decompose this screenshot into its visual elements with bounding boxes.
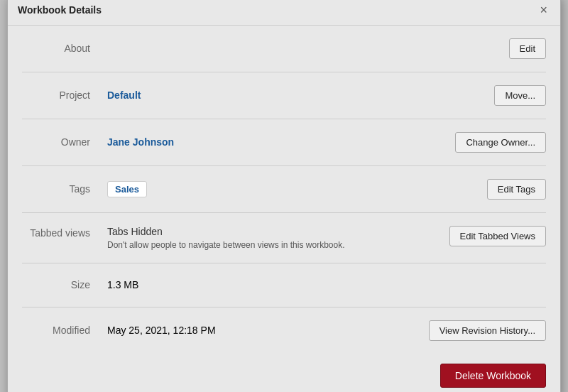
project-value[interactable]: Default	[107, 89, 141, 101]
size-row: Size 1.3 MB	[22, 263, 546, 307]
modified-content: May 25, 2021, 12:18 PM	[107, 325, 429, 336]
title-bar: Workbook Details ×	[8, 0, 560, 26]
size-label: Size	[22, 279, 107, 290]
tabbed-views-title: Tabs Hidden	[107, 226, 449, 237]
edit-tabbed-views-button[interactable]: Edit Tabbed Views	[449, 226, 546, 246]
delete-workbook-button[interactable]: Delete Workbook	[440, 364, 546, 388]
owner-action: Change Owner...	[455, 132, 546, 153]
tabbed-views-action: Edit Tabbed Views	[449, 226, 546, 246]
tags-action: Edit Tags	[487, 179, 546, 200]
dialog-body: About Edit Project Default Move... Owner…	[8, 26, 560, 354]
close-button[interactable]: ×	[537, 2, 550, 18]
tabbed-views-label: Tabbed views	[22, 226, 107, 239]
tags-row: Tags Sales Edit Tags	[22, 166, 546, 213]
change-owner-button[interactable]: Change Owner...	[455, 132, 546, 153]
project-content: Default	[107, 89, 494, 101]
about-action: Edit	[509, 38, 546, 59]
modified-action: View Revision History...	[429, 320, 546, 341]
project-label: Project	[22, 89, 107, 101]
owner-content: Jane Johnson	[107, 136, 455, 148]
about-row: About Edit	[22, 26, 546, 72]
owner-label: Owner	[22, 136, 107, 148]
owner-row: Owner Jane Johnson Change Owner...	[22, 119, 546, 166]
dialog-footer: Delete Workbook	[8, 354, 560, 393]
tabbed-views-description: Don't allow people to navigate between v…	[107, 240, 449, 250]
dialog-title: Workbook Details	[18, 4, 102, 16]
owner-value[interactable]: Jane Johnson	[107, 136, 174, 148]
move-button[interactable]: Move...	[494, 85, 546, 106]
tags-content: Sales	[107, 181, 487, 197]
tabbed-views-row: Tabbed views Tabs Hidden Don't allow peo…	[22, 213, 546, 263]
size-content: 1.3 MB	[107, 279, 546, 290]
tags-label: Tags	[22, 183, 107, 195]
tabbed-views-content: Tabs Hidden Don't allow people to naviga…	[107, 226, 449, 250]
view-revision-history-button[interactable]: View Revision History...	[429, 320, 546, 341]
project-action: Move...	[494, 85, 546, 106]
about-label: About	[22, 43, 107, 54]
edit-tags-button[interactable]: Edit Tags	[487, 179, 546, 200]
tag-badge: Sales	[107, 181, 147, 197]
modified-row: Modified May 25, 2021, 12:18 PM View Rev…	[22, 307, 546, 354]
modified-label: Modified	[22, 325, 107, 336]
size-value: 1.3 MB	[107, 279, 138, 290]
project-row: Project Default Move...	[22, 72, 546, 119]
workbook-details-dialog: Workbook Details × About Edit Project De…	[7, 0, 561, 392]
modified-value: May 25, 2021, 12:18 PM	[107, 325, 216, 336]
edit-button[interactable]: Edit	[509, 38, 546, 59]
